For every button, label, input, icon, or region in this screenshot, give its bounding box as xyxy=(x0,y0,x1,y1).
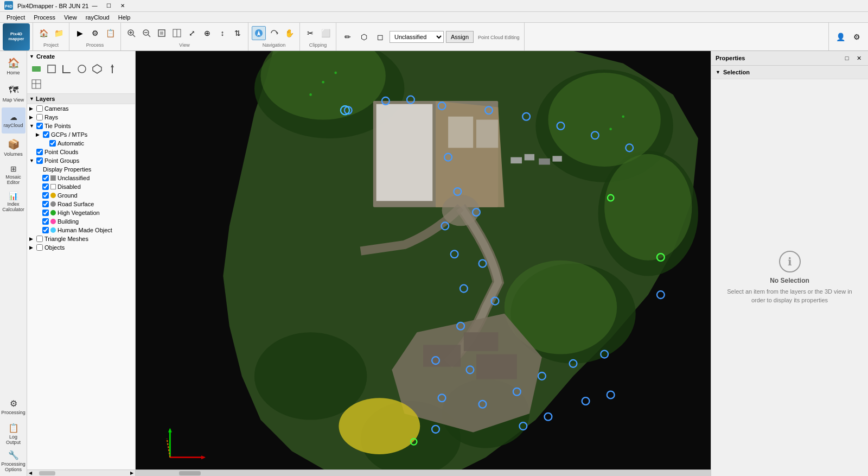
sidebar-item-processing-options[interactable]: 🔧 Processing Options xyxy=(2,448,25,474)
layer-item-high-vegetation[interactable]: High Vegetation xyxy=(27,208,135,217)
create-polygon-btn[interactable] xyxy=(90,62,104,76)
toolbar-report-btn[interactable]: 📋 xyxy=(103,26,117,40)
layer-item-road-surface[interactable]: Road Surface xyxy=(27,200,135,208)
main-3d-view[interactable] xyxy=(136,51,711,476)
toolbar-pc-rect-btn[interactable]: ◻ xyxy=(373,30,387,44)
pointclouds-checkbox[interactable] xyxy=(36,149,43,155)
toolbar-start-btn[interactable]: ▶ xyxy=(73,26,87,40)
toolbar-home-btn[interactable]: 🏠 xyxy=(36,26,50,40)
toolbar-open-btn[interactable]: 📁 xyxy=(52,26,66,40)
high-vegetation-checkbox[interactable] xyxy=(42,210,49,216)
layer-item-automatic[interactable]: ▶ Automatic xyxy=(27,139,135,148)
menu-raycloud[interactable]: rayCloud xyxy=(81,13,114,22)
toolbar-zoomout-btn[interactable] xyxy=(139,26,154,40)
sidebar-item-map-view[interactable]: 🗺 Map View xyxy=(2,80,25,106)
cameras-checkbox[interactable] xyxy=(36,105,43,112)
toolbar-pan-btn[interactable]: ⇅ xyxy=(231,26,245,40)
layer-item-rays[interactable]: ▶ Rays xyxy=(27,113,135,122)
toolbar-split-btn[interactable] xyxy=(170,26,184,40)
toolbar-user-btn[interactable]: 👤 xyxy=(833,30,847,44)
h-scrollbar-thumb[interactable] xyxy=(179,471,201,475)
layer-item-building[interactable]: Building xyxy=(27,217,135,226)
selection-section[interactable]: ▼ Selection xyxy=(711,66,868,79)
properties-float-btn[interactable]: □ xyxy=(842,53,852,63)
toolbar-zoomin-btn[interactable] xyxy=(124,26,138,40)
automatic-checkbox[interactable] xyxy=(49,140,56,147)
create-lshape-btn[interactable] xyxy=(60,62,74,76)
toolbar-navigate-btn[interactable] xyxy=(252,26,266,40)
toolbar-clip-box-btn[interactable]: ⬜ xyxy=(318,26,333,40)
layer-item-ground[interactable]: Ground xyxy=(27,191,135,200)
human-made-checkbox[interactable] xyxy=(42,227,49,233)
menu-help[interactable]: Help xyxy=(114,13,135,22)
scroll-left-icon[interactable]: ◀ xyxy=(27,471,34,475)
layer-item-cameras[interactable]: ▶ Cameras xyxy=(27,104,135,113)
maximize-button[interactable]: ☐ xyxy=(103,1,114,11)
rays-expand-icon[interactable]: ▶ xyxy=(29,115,35,120)
toolbar-settings-btn[interactable]: ⚙ xyxy=(850,30,864,44)
unclassified-checkbox[interactable] xyxy=(42,175,49,181)
menu-process[interactable]: Process xyxy=(29,13,60,22)
objects-checkbox[interactable] xyxy=(36,244,43,251)
road-surface-checkbox[interactable] xyxy=(42,201,49,207)
create-square-btn[interactable] xyxy=(44,62,59,76)
ground-checkbox[interactable] xyxy=(42,192,49,199)
layer-item-unclassified[interactable]: Unclassified xyxy=(27,174,135,182)
layer-item-point-clouds[interactable]: ▶ Point Clouds xyxy=(27,148,135,156)
toolbar-pc-edit-btn[interactable]: ✏ xyxy=(341,30,355,44)
tiepoints-expand-icon[interactable]: ▼ xyxy=(29,123,35,129)
rays-checkbox[interactable] xyxy=(36,114,43,120)
menu-view[interactable]: View xyxy=(60,13,81,22)
create-grid-btn[interactable] xyxy=(29,77,43,91)
toolbar-pan-view-btn[interactable]: ✋ xyxy=(282,26,296,40)
point-cloud-class-dropdown[interactable]: Unclassified Ground Road Surface High Ve… xyxy=(390,31,444,43)
objects-expand-icon[interactable]: ▶ xyxy=(29,245,35,250)
gcps-expand-icon[interactable]: ▶ xyxy=(36,132,41,137)
tiepoints-checkbox[interactable] xyxy=(36,123,43,129)
layer-item-triangle-meshes[interactable]: ▶ Triangle Meshes xyxy=(27,234,135,243)
menu-project[interactable]: Project xyxy=(2,13,29,22)
cameras-expand-icon[interactable]: ▶ xyxy=(29,106,35,111)
toolbar-pc-polygon-btn[interactable]: ⬡ xyxy=(357,30,371,44)
triangle-meshes-checkbox[interactable] xyxy=(36,236,43,242)
disabled-checkbox[interactable] xyxy=(42,183,49,190)
sidebar-item-log-output[interactable]: 📋 Log Output xyxy=(2,421,25,447)
layer-item-gcps[interactable]: ▶ GCPs / MTPs xyxy=(27,130,135,139)
toolbar-clip-btn[interactable]: ✂ xyxy=(303,26,317,40)
sidebar-item-volumes[interactable]: 📦 Volumes xyxy=(2,135,25,161)
layers-header[interactable]: ▼ Layers xyxy=(27,94,135,104)
sidebar-item-processing[interactable]: ⚙ Processing xyxy=(2,394,25,420)
create-rect-btn[interactable] xyxy=(29,62,43,76)
main-view-scrollbar[interactable] xyxy=(136,469,711,476)
pointgroups-checkbox[interactable] xyxy=(36,157,43,164)
layer-item-point-groups[interactable]: ▼ Point Groups xyxy=(27,156,135,165)
point-cloud-assign-button[interactable]: Assign xyxy=(446,31,474,43)
sidebar-item-home[interactable]: 🏠 Home xyxy=(2,53,25,79)
toolbar-rotate-btn[interactable]: ↕ xyxy=(215,26,229,40)
close-button[interactable]: ✕ xyxy=(117,1,129,11)
create-circle-btn[interactable] xyxy=(75,62,89,76)
create-arrow[interactable]: ▼ xyxy=(29,54,34,59)
toolbar-options-btn[interactable]: ⚙ xyxy=(88,26,102,40)
create-vertical-btn[interactable] xyxy=(105,62,119,76)
building-checkbox[interactable] xyxy=(42,218,49,225)
layers-scrollbar[interactable]: ◀ ▶ xyxy=(27,469,135,476)
minimize-button[interactable]: — xyxy=(88,1,100,11)
trianglemeshes-expand-icon[interactable]: ▶ xyxy=(29,236,35,242)
sidebar-item-index-calculator[interactable]: 📊 Index Calculator xyxy=(2,189,25,215)
scroll-thumb[interactable] xyxy=(39,471,55,475)
layer-item-objects[interactable]: ▶ Objects xyxy=(27,243,135,252)
aerial-view-container[interactable] xyxy=(136,51,711,476)
properties-close-btn[interactable]: ✕ xyxy=(854,53,864,63)
layer-item-disabled[interactable]: Disabled xyxy=(27,182,135,191)
toolbar-fit-btn[interactable] xyxy=(155,26,169,40)
layer-item-tie-points[interactable]: ▼ Tie Points xyxy=(27,122,135,130)
sidebar-item-raycloud[interactable]: ☁ rayCloud xyxy=(2,107,25,134)
sidebar-item-mosaic-editor[interactable]: ⊞ Mosaic Editor xyxy=(2,162,25,188)
layer-item-display-props[interactable]: ▶ Display Properties xyxy=(27,165,135,174)
toolbar-fullscreen-btn[interactable]: ⤢ xyxy=(185,26,199,40)
toolbar-rotate-view-btn[interactable] xyxy=(267,26,281,40)
layer-item-human-made[interactable]: Human Made Object xyxy=(27,226,135,234)
scroll-right-icon[interactable]: ▶ xyxy=(129,471,135,475)
gcps-checkbox[interactable] xyxy=(43,131,49,138)
